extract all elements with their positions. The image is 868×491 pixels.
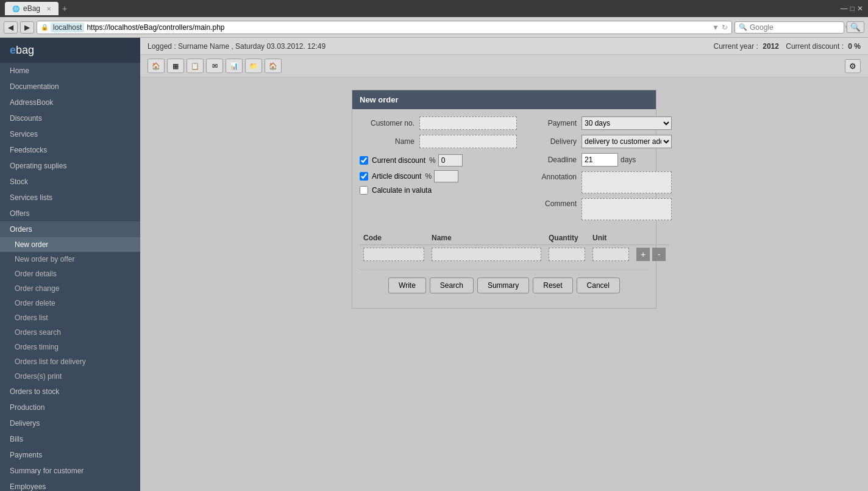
new-tab-btn[interactable]: + <box>62 4 67 13</box>
sidebar-item-documentation[interactable]: Documentation <box>0 79 140 95</box>
sidebar-item-discounts[interactable]: Discounts <box>0 110 140 126</box>
code-input[interactable] <box>363 248 424 261</box>
annotation-label: Annotation <box>522 173 577 181</box>
item-name-input[interactable] <box>432 248 541 261</box>
article-discount-pct-input[interactable] <box>434 170 458 182</box>
url-input[interactable] <box>87 23 710 32</box>
sidebar-item-orders-list[interactable]: Orders list <box>0 310 140 325</box>
sidebar-item-offers[interactable]: Offers <box>0 206 140 221</box>
grid-btn[interactable]: ▦ <box>167 59 184 73</box>
customer-no-input[interactable] <box>419 116 517 130</box>
minimize-btn[interactable]: — <box>841 4 848 13</box>
sidebar-item-orders-to-stock[interactable]: Orders to stock <box>0 384 140 400</box>
search-go-btn[interactable]: 🔍 <box>847 21 864 33</box>
delivery-row: Delivery delivery to customer add pickup… <box>522 135 672 148</box>
quantity-input[interactable] <box>549 248 585 261</box>
house-btn[interactable]: 🏠 <box>265 59 282 73</box>
cancel-btn[interactable]: Cancel <box>577 278 620 293</box>
sidebar-item-orders-search[interactable]: Orders search <box>0 325 140 340</box>
settings-btn[interactable]: ⚙ <box>845 59 861 73</box>
quantity-header: Quantity <box>545 231 589 245</box>
search-input[interactable] <box>750 23 841 32</box>
sidebar-item-employees[interactable]: Employees <box>0 479 140 491</box>
logged-info: Logged : Surname Name , Saturday 03.03.2… <box>148 42 326 51</box>
unit-header: Unit <box>589 231 633 245</box>
chart-btn[interactable]: 📊 <box>226 59 243 73</box>
main-container: ebag Home Documentation AddressBook Disc… <box>0 38 868 491</box>
sidebar-item-orders-timing[interactable]: Orders timing <box>0 340 140 354</box>
browser-tab[interactable]: 🌐 eBag ✕ <box>5 2 59 15</box>
sidebar-item-new-order[interactable]: New order <box>0 237 140 252</box>
tab-close[interactable]: ✕ <box>46 5 51 12</box>
sidebar-item-home[interactable]: Home <box>0 63 140 79</box>
current-discount-pct-input[interactable] <box>438 154 463 167</box>
sidebar-item-orders-print[interactable]: Orders(s) print <box>0 369 140 384</box>
article-pct-symbol: % <box>425 172 432 181</box>
sidebar-item-new-order-by-offer[interactable]: New order by offer <box>0 252 140 267</box>
reset-btn[interactable]: Reset <box>533 278 572 293</box>
unit-input[interactable] <box>592 248 629 261</box>
sidebar-item-feedstocks[interactable]: Feedstocks <box>0 142 140 158</box>
browser-navbar: ◀ ▶ 🔒 localhost ▼ ↻ 🔍 ▼ 🔍 <box>0 17 868 38</box>
items-table: Code Name Quantity Unit <box>360 231 669 263</box>
annotation-textarea[interactable] <box>582 171 672 193</box>
name-input[interactable] <box>419 135 517 148</box>
actions-header <box>633 231 669 245</box>
summary-btn[interactable]: Summary <box>477 278 529 293</box>
maximize-btn[interactable]: □ <box>850 4 855 13</box>
calculate-valuta-checkbox[interactable] <box>360 186 368 195</box>
sidebar-item-addressbook[interactable]: AddressBook <box>0 95 140 110</box>
sidebar-item-order-change[interactable]: Order change <box>0 281 140 296</box>
current-discount-checkbox[interactable] <box>360 156 368 165</box>
domain-badge: localhost <box>51 23 84 32</box>
add-remove-btns: + - <box>636 248 666 261</box>
sidebar-item-stock[interactable]: Stock <box>0 174 140 190</box>
days-label: days <box>621 156 636 164</box>
sidebar-item-production[interactable]: Production <box>0 400 140 415</box>
add-row-btn[interactable]: + <box>636 248 650 261</box>
sidebar-item-payments[interactable]: Payments <box>0 447 140 463</box>
customer-no-label: Customer no. <box>360 119 414 127</box>
home-toolbar-btn[interactable]: 🏠 <box>148 59 165 73</box>
sidebar-item-deliverys[interactable]: Deliverys <box>0 415 140 431</box>
sidebar: ebag Home Documentation AddressBook Disc… <box>0 38 140 491</box>
delivery-select[interactable]: delivery to customer add pickup other <box>582 135 672 148</box>
current-year-value: 2012 <box>763 42 779 51</box>
sidebar-item-bills[interactable]: Bills <box>0 431 140 447</box>
mail-btn[interactable]: ✉ <box>206 59 223 73</box>
payment-select[interactable]: 30 days 15 days 60 days Immediate <box>582 116 672 130</box>
comment-textarea[interactable] <box>582 198 672 220</box>
form-col-right: Payment 30 days 15 days 60 days Immediat… <box>522 116 672 225</box>
copy-btn[interactable]: 📋 <box>187 59 204 73</box>
import-btn[interactable]: 📁 <box>245 59 262 73</box>
write-btn[interactable]: Write <box>388 278 426 293</box>
sidebar-item-summary-customer[interactable]: Summary for customer <box>0 463 140 479</box>
sidebar-item-services[interactable]: Services <box>0 126 140 142</box>
sidebar-item-orders[interactable]: Orders <box>0 221 140 237</box>
form-cols: Customer no. Name Cu <box>360 116 649 225</box>
dropdown-arrow[interactable]: ▼ <box>712 23 719 32</box>
search-btn[interactable]: Search <box>430 278 474 293</box>
reload-icon[interactable]: ↻ <box>722 23 728 32</box>
sidebar-item-orders-list-delivery[interactable]: Orders list for delivery <box>0 354 140 369</box>
comment-label: Comment <box>522 199 577 208</box>
deadline-input[interactable] <box>582 153 618 167</box>
sidebar-item-services-lists[interactable]: Services lists <box>0 190 140 206</box>
close-btn[interactable]: ✕ <box>857 4 863 13</box>
payment-row: Payment 30 days 15 days 60 days Immediat… <box>522 116 672 130</box>
forward-btn[interactable]: ▶ <box>20 21 34 34</box>
article-discount-checkbox[interactable] <box>360 172 368 181</box>
sidebar-item-operating-suplies[interactable]: Operating suplies <box>0 158 140 174</box>
year-discount-info: Current year : 2012 Current discount : 0… <box>714 42 861 51</box>
table-row: + - <box>360 245 669 264</box>
back-btn[interactable]: ◀ <box>4 21 18 34</box>
delivery-label: Delivery <box>522 137 577 146</box>
calculate-valuta-row: Calculate in valuta <box>360 186 517 195</box>
sidebar-item-order-details[interactable]: Order details <box>0 267 140 281</box>
remove-row-btn[interactable]: - <box>652 248 666 261</box>
tab-icon: 🌐 <box>12 5 20 12</box>
sidebar-item-order-delete[interactable]: Order delete <box>0 296 140 310</box>
name-header: Name <box>428 231 545 245</box>
current-discount-checkbox-label: Current discount <box>372 156 425 165</box>
current-discount-label: Current discount : <box>786 42 844 51</box>
